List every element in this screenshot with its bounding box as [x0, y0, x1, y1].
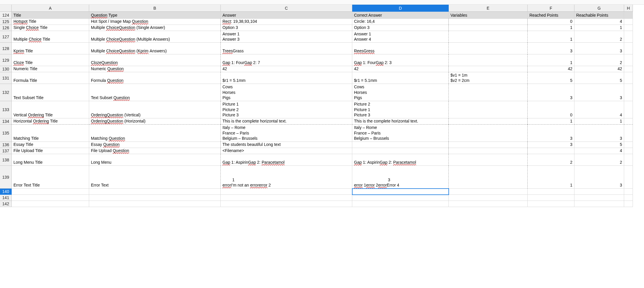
cell-B131[interactable]: Formula Question [89, 72, 221, 84]
cell-B140[interactable] [89, 189, 221, 195]
cell-D130[interactable]: 42 [352, 66, 449, 72]
cell-H138[interactable] [624, 154, 633, 166]
cell-F140[interactable] [528, 189, 574, 195]
cell-G141[interactable] [574, 195, 624, 201]
cell-E129[interactable] [449, 54, 528, 66]
cell-A128[interactable]: Kprim Title [12, 43, 89, 54]
cell-G129[interactable]: 2 [574, 54, 624, 66]
cell-B135[interactable]: Matching Question [89, 125, 221, 142]
header-cell-A[interactable]: Title [12, 12, 89, 19]
cell-C133[interactable]: Picture 1 Picture 2 Picture 3 [221, 101, 352, 118]
select-all-corner[interactable] [0, 5, 12, 12]
cell-C125[interactable]: Rect: 19,38,93,104 [221, 19, 352, 25]
cell-F127[interactable]: 1 [528, 31, 574, 43]
cell-A141[interactable] [12, 195, 89, 201]
header-cell-G[interactable]: Reachable Points [574, 12, 624, 19]
cell-C139[interactable]: error 1 I'm not an error error 2 [221, 166, 352, 189]
cell-H127[interactable] [624, 31, 633, 43]
cell-B134[interactable]: Ordering Question (Horizontal) [89, 118, 221, 125]
cell-D137[interactable] [352, 148, 449, 154]
cell-D142[interactable] [352, 201, 449, 207]
cell-H134[interactable] [624, 118, 633, 125]
header-cell-D[interactable]: Correct Answer [352, 12, 449, 19]
cell-A142[interactable] [12, 201, 89, 207]
cell-H141[interactable] [624, 195, 633, 201]
column-header-C[interactable]: C [221, 5, 352, 12]
row-header-142[interactable]: 142 [0, 201, 12, 207]
row-header-127[interactable]: 127 [0, 31, 12, 43]
cell-G139[interactable]: 3 [574, 166, 624, 189]
cell-A137[interactable]: File Upload Title [12, 148, 89, 154]
cell-E127[interactable] [449, 31, 528, 43]
row-header-125[interactable]: 125 [0, 19, 12, 25]
cell-A138[interactable]: Long Menu Title [12, 154, 89, 166]
header-cell-B[interactable]: Question Type [89, 12, 221, 19]
row-header-138[interactable]: 138 [0, 154, 12, 166]
cell-C140[interactable] [221, 189, 352, 195]
row-header-134[interactable]: 134 [0, 118, 12, 125]
cell-E142[interactable] [449, 201, 528, 207]
cell-C138[interactable]: Gap 1: Aspirin Gap 2: Paracetamol [221, 154, 352, 166]
row-header-132[interactable]: 132 [0, 84, 12, 101]
spreadsheet-grid[interactable]: ABCDEFGH124TitleQuestion TypeAnswerCorre… [0, 5, 633, 207]
cell-H132[interactable] [624, 84, 633, 101]
cell-A131[interactable]: Formula Title [12, 72, 89, 84]
cell-E130[interactable] [449, 66, 528, 72]
cell-B136[interactable]: Essay Question [89, 142, 221, 148]
cell-D135[interactable]: Italy – Rome France – Paris Belgium – Br… [352, 125, 449, 142]
cell-H126[interactable] [624, 25, 633, 31]
cell-C134[interactable]: This is the complete horizontal text. [221, 118, 352, 125]
row-header-140[interactable]: 140 [0, 189, 12, 195]
cell-A132[interactable]: Text Subset Title [12, 84, 89, 101]
cell-G133[interactable]: 4 [574, 101, 624, 118]
cell-H131[interactable] [624, 72, 633, 84]
cell-A134[interactable]: Horizontal Ordering Title [12, 118, 89, 125]
cell-G131[interactable]: 5 [574, 72, 624, 84]
cell-C141[interactable] [221, 195, 352, 201]
cell-H133[interactable] [624, 101, 633, 118]
cell-E139[interactable] [449, 166, 528, 189]
column-header-G[interactable]: G [574, 5, 624, 12]
column-header-A[interactable]: A [12, 5, 89, 12]
cell-E141[interactable] [449, 195, 528, 201]
cell-B139[interactable]: Error Text [89, 166, 221, 189]
row-header-133[interactable]: 133 [0, 101, 12, 118]
cell-E135[interactable] [449, 125, 528, 142]
cell-D127[interactable]: Answer 1 Answer 4 [352, 31, 449, 43]
row-header-136[interactable]: 136 [0, 142, 12, 148]
cell-E137[interactable] [449, 148, 528, 154]
cell-F137[interactable] [528, 148, 574, 154]
cell-D128[interactable]: Rees Gress [352, 43, 449, 54]
cell-A133[interactable]: Vertical Ordering Title [12, 101, 89, 118]
cell-D139[interactable]: error 1 error 2 error 3 Error 4 [352, 166, 449, 189]
cell-B126[interactable]: Multiple Choice Question (Single Answer) [89, 25, 221, 31]
column-header-B[interactable]: B [89, 5, 221, 12]
cell-C129[interactable]: Gap 1: Four Gap 2: 7 [221, 54, 352, 66]
cell-C142[interactable] [221, 201, 352, 207]
cell-H129[interactable] [624, 54, 633, 66]
cell-G132[interactable]: 3 [574, 84, 624, 101]
row-header-139[interactable]: 139 [0, 166, 12, 189]
cell-B127[interactable]: Multiple Choice Question (Multiple Answe… [89, 31, 221, 43]
cell-B130[interactable]: Numeric Question [89, 66, 221, 72]
cell-G140[interactable] [574, 189, 624, 195]
cell-B129[interactable]: Cloze Question [89, 54, 221, 66]
cell-C135[interactable]: Italy – Rome France – Paris Belgium – Br… [221, 125, 352, 142]
header-cell-F[interactable]: Reached Points [528, 12, 574, 19]
cell-A135[interactable]: Matching Title [12, 125, 89, 142]
cell-B128[interactable]: Multiple Choice Question (Kprim Answers) [89, 43, 221, 54]
row-header-137[interactable]: 137 [0, 148, 12, 154]
cell-H139[interactable] [624, 166, 633, 189]
cell-A129[interactable]: Cloze Title [12, 54, 89, 66]
cell-F134[interactable]: 1 [528, 118, 574, 125]
row-header-126[interactable]: 126 [0, 25, 12, 31]
cell-C127[interactable]: Answer 1 Answer 3 [221, 31, 352, 43]
cell-B133[interactable]: Ordering Question (Vertical) [89, 101, 221, 118]
cell-F129[interactable]: 1 [528, 54, 574, 66]
row-header-130[interactable]: 130 [0, 66, 12, 72]
row-header-135[interactable]: 135 [0, 125, 12, 142]
cell-D138[interactable]: Gap 1: Aspirin Gap 2: Paracetamol [352, 154, 449, 166]
cell-D134[interactable]: This is the complete horizontal text. [352, 118, 449, 125]
cell-F142[interactable] [528, 201, 574, 207]
cell-D136[interactable] [352, 142, 449, 148]
